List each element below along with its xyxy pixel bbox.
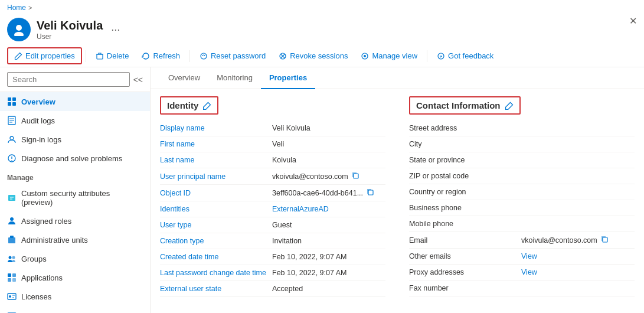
delete-button[interactable]: Delete [90,48,135,63]
prop-value: Veli Koivula [272,124,385,132]
table-row: User typeGuest [160,217,385,233]
identity-edit-icon[interactable] [203,102,211,110]
table-row: First nameVeli [160,136,385,152]
user-more-options[interactable]: ··· [111,24,120,36]
contact-section: Contact Information Street addressCitySt… [409,96,635,297]
sidebar-item-overview[interactable]: Overview [0,92,150,111]
svg-point-20 [12,256,15,259]
prop-label: Country or region [409,188,521,196]
sidebar-item-custom-security[interactable]: Custom security attributes (preview) [0,184,150,211]
prop-label: Last password change date time [160,269,272,277]
svg-rect-8 [8,97,11,101]
toolbar-divider-3 [427,50,427,62]
sidebar-item-audit-logs[interactable]: Audit logs [0,111,150,130]
prop-value: 3eff600a-cae6-40dd-b641... [272,188,385,197]
audit-icon [7,116,17,125]
sidebar-item-label: Diagnose and solve problems [21,154,122,163]
manage-view-button[interactable]: Manage view [355,48,423,63]
close-button[interactable]: ✕ [629,15,637,27]
identity-title-text: Identity [167,100,198,110]
got-feedback-button[interactable]: Got feedback [431,48,499,63]
properties-grid: Identity Display nameVeli KoivulaFirst n… [160,96,635,297]
prop-label: First name [160,140,272,148]
copy-icon[interactable] [367,188,374,197]
breadcrumb-separator: > [28,4,32,11]
revoke-sessions-icon [279,52,287,60]
prop-label: Creation type [160,237,272,245]
revoke-sessions-button[interactable]: Revoke sessions [273,48,354,63]
sidebar-item-signin-logs[interactable]: Sign-in logs [0,130,150,149]
refresh-button[interactable]: Refresh [136,48,186,63]
table-row: State or province [409,152,635,168]
tab-properties[interactable]: Properties [261,67,315,89]
table-row: Proxy addressesView [409,265,635,281]
prop-value-text: Invitation [272,237,302,245]
edit-properties-button[interactable]: Edit properties [7,47,82,64]
feedback-icon [437,52,445,60]
sidebar-search-container: << [0,67,150,92]
sidebar-item-groups[interactable]: Groups [0,249,150,268]
tab-monitoring[interactable]: Monitoring [208,67,261,89]
identity-properties-list: Display nameVeli KoivulaFirst nameVeliLa… [160,120,385,297]
tabs-container: Overview Monitoring Properties [151,67,644,89]
prop-label: City [409,140,521,148]
sidebar-item-assigned-roles[interactable]: Assigned roles [0,211,150,230]
prop-value: Accepted [272,285,385,293]
table-row: User principal namevkoivula@contoso.com [160,168,385,185]
prop-label: Email [409,236,521,244]
table-row: Object ID3eff600a-cae6-40dd-b641... [160,185,385,201]
prop-label: Display name [160,124,272,132]
copy-icon[interactable] [601,236,608,244]
user-info: Veli Koivula User [37,19,103,41]
table-row: Fax number [409,281,635,296]
sidebar-item-applications[interactable]: Applications [0,268,150,287]
svg-rect-18 [10,236,14,238]
diagnose-icon [7,154,17,163]
prop-label: Other emails [409,252,521,260]
edit-icon [14,52,22,60]
svg-point-16 [10,217,14,221]
sidebar-item-licenses[interactable]: Licenses [0,287,150,306]
prop-value: View [521,268,635,276]
table-row: IdentitiesExternalAzureAD [160,201,385,217]
svg-rect-30 [603,237,607,242]
admin-units-icon [7,235,17,244]
table-row: External user stateAccepted [160,281,385,297]
apps-icon [7,273,17,282]
sidebar-item-diagnose[interactable]: Diagnose and solve problems [0,149,150,168]
prop-label: Object ID [160,189,272,197]
svg-rect-11 [12,102,16,106]
table-row: City [409,136,635,152]
identity-section: Identity Display nameVeli KoivulaFirst n… [160,96,385,297]
table-row: Display nameVeli Koivula [160,120,385,136]
prop-label: Proxy addresses [409,268,521,276]
svg-rect-29 [368,190,373,195]
main-layout: << Overview Audit logs Sign-in logs [0,67,644,313]
svg-rect-15 [8,195,15,201]
table-row: Other emailsView [409,249,635,265]
signin-icon [7,135,17,144]
user-role: User [37,32,103,41]
sidebar-item-admin-units[interactable]: Administrative units [0,230,150,249]
content-area: Overview Monitoring Properties Identity … [151,67,644,313]
table-row: Creation typeInvitation [160,233,385,249]
search-input[interactable] [7,72,130,87]
reset-password-button[interactable]: Reset password [194,48,272,63]
prop-value-text: Feb 10, 2022, 9:07 AM [272,269,346,277]
breadcrumb-home[interactable]: Home [7,4,26,12]
table-row: Mobile phone [409,216,635,232]
copy-icon[interactable] [352,172,359,181]
prop-value-link[interactable]: View [521,268,537,276]
sidebar-collapse-button[interactable]: << [133,75,143,84]
prop-value-link[interactable]: ExternalAzureAD [272,205,329,213]
svg-rect-17 [8,237,15,243]
sidebar-item-devices[interactable]: Devices [0,306,150,313]
sidebar-item-label: Devices [21,311,48,314]
sidebar-item-label: Sign-in logs [21,135,61,144]
prop-value-link[interactable]: View [521,252,537,260]
prop-value-text: Koivula [272,156,296,164]
tab-overview[interactable]: Overview [160,67,208,89]
contact-edit-icon[interactable] [505,102,514,110]
roles-icon [7,216,17,226]
table-row: Street address [409,120,635,136]
